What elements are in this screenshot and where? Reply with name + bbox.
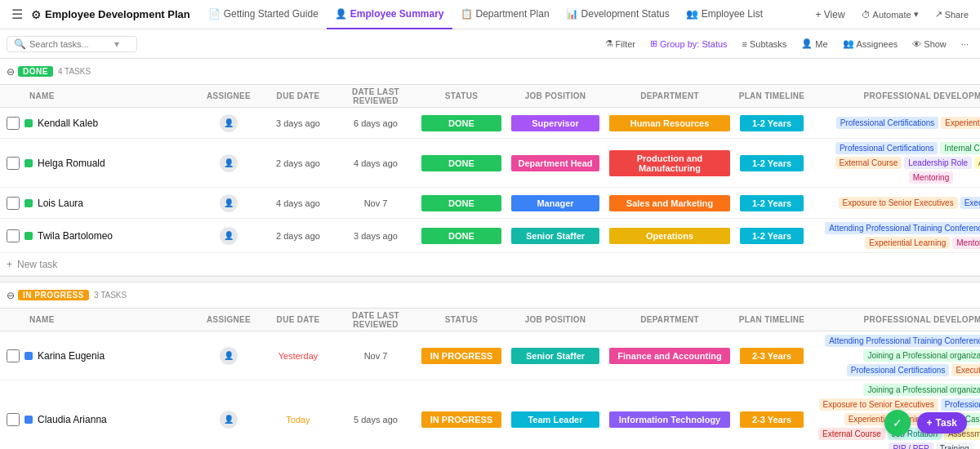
cell-duedate: 4 days ago [261, 195, 335, 211]
col-duedate: DUE DATE [261, 315, 335, 324]
row-checkbox[interactable] [7, 349, 20, 362]
tab-employee-list[interactable]: 👥 Employee List [678, 0, 771, 29]
new-task-fab[interactable]: + Task [917, 412, 967, 433]
group-toggle-inprogress[interactable]: ⊖ [7, 290, 15, 301]
table-row[interactable]: Claudia Arianna 👤 Today 5 days ago IN PR… [0, 380, 980, 449]
search-input[interactable] [29, 39, 111, 49]
jobpos-pill: Senior Staffer [511, 228, 599, 244]
table-row[interactable]: Lois Laura 👤 4 days ago Nov 7 DONE Manag… [0, 188, 980, 219]
row-checkbox[interactable] [7, 229, 20, 242]
cell-lastrev: Nov 7 [335, 195, 416, 211]
nav-tabs: 📄 Getting Started Guide 👤 Employee Summa… [200, 0, 808, 29]
cell-status: DONE [416, 112, 506, 135]
search-icon: 🔍 [14, 38, 26, 50]
cell-assignee: 👤 [196, 191, 261, 216]
fab-green-button[interactable]: ✓ [884, 410, 911, 436]
prof-tag: Executive MBA [951, 364, 980, 376]
cell-duedate: Yesterday [261, 348, 335, 364]
cell-name: Karina Eugenia [0, 346, 196, 366]
prof-tag: Executive MBA [960, 197, 980, 209]
group-badge-done: DONE [18, 66, 53, 77]
filter-button[interactable]: ⚗ Filter [600, 37, 640, 51]
cell-timeline: 2-3 Years [735, 408, 808, 431]
col-headers-done: NAME ASSIGNEE DUE DATE DATE LAST REVIEWE… [0, 85, 980, 108]
row-name: Helga Romuald [38, 158, 105, 169]
prof-tag: Mentoring [909, 171, 953, 184]
tab-department-plan[interactable]: 📋 Department Plan [452, 0, 558, 29]
prof-tag: Training [936, 442, 973, 449]
automate-icon: ⏱ [862, 10, 871, 20]
avatar: 👤 [220, 114, 238, 132]
group-toggle-done[interactable]: ⊖ [7, 66, 15, 78]
row-checkbox[interactable] [7, 413, 20, 426]
col-profdev: PROFESSIONAL DEVELOPMENT [808, 91, 980, 100]
dept-pill: Information Technology [609, 411, 730, 428]
col-timeline: PLAN TIMELINE [735, 315, 808, 324]
cell-duedate: 2 days ago [261, 155, 335, 171]
status-pill: DONE [421, 115, 501, 131]
cell-name: Twila Bartolomeo [0, 226, 196, 246]
timeline-pill: 2-3 Years [740, 411, 804, 428]
app-icon: ⚙ [31, 8, 42, 21]
fab-area: ✓ + Task [884, 410, 967, 436]
row-checkbox[interactable] [7, 117, 20, 130]
prof-tag: Professional Certifications [836, 117, 939, 129]
subtasks-button[interactable]: ≡ Subtasks [737, 38, 792, 51]
jobpos-pill: Supervisor [511, 115, 599, 131]
row-name: Kendall Kaleb [38, 118, 98, 129]
timeline-pill: 1-2 Years [740, 115, 804, 131]
prof-tag: Attending Professional Training Conferen… [825, 222, 980, 234]
table-row[interactable]: Twila Bartolomeo 👤 2 days ago 3 days ago… [0, 219, 980, 253]
col-dept: DEPARTMENT [604, 315, 735, 324]
row-checkbox[interactable] [7, 197, 20, 210]
table-row[interactable]: Helga Romuald 👤 2 days ago 4 days ago DO… [0, 139, 980, 188]
cell-profdev: Exposure to Senior ExecutivesExecutive M… [808, 193, 980, 212]
timeline-pill: 1-2 Years [740, 228, 804, 244]
tab-development-status[interactable]: 📊 Development Status [558, 0, 678, 29]
cell-timeline: 2-3 Years [735, 345, 808, 367]
avatar: 👤 [220, 347, 238, 365]
toolbar-right: ⚗ Filter ⊞ Group by: Status ≡ Subtasks 👤… [600, 37, 973, 51]
group-by-button[interactable]: ⊞ Group by: Status [645, 37, 733, 51]
group-count-done: 4 TASKS [58, 67, 91, 76]
search-box[interactable]: 🔍 ▾ [7, 36, 137, 52]
prof-tag: Exposure to Senior Executives [839, 197, 958, 209]
cell-lastrev: 3 days ago [335, 228, 416, 244]
jobpos-pill: Team Leader [511, 411, 599, 428]
me-button[interactable]: 👤 Me [796, 37, 832, 51]
dept-pill: Production and Manufacturing [609, 150, 730, 176]
share-button[interactable]: ↗ Share [930, 7, 973, 21]
cell-assignee: 👤 [196, 224, 261, 248]
table-row[interactable]: Karina Eugenia 👤 Yesterday Nov 7 IN PROG… [0, 331, 980, 380]
view-plus-button[interactable]: + View [810, 9, 849, 20]
show-icon: 👁 [912, 39, 921, 49]
avatar: 👤 [220, 194, 238, 212]
cell-jobpos: Supervisor [506, 112, 604, 135]
cell-jobpos: Team Leader [506, 408, 604, 431]
cell-lastrev: 6 days ago [335, 115, 416, 131]
row-color-dot [24, 352, 33, 360]
cell-timeline: 1-2 Years [735, 192, 808, 215]
search-chevron[interactable]: ▾ [114, 38, 119, 50]
cell-dept: Sales and Marketing [604, 192, 735, 215]
show-button[interactable]: 👁 Show [907, 38, 951, 51]
cell-status: IN PROGRESS [416, 345, 506, 367]
table-row[interactable]: Kendall Kaleb 👤 3 days ago 6 days ago DO… [0, 108, 980, 139]
tab-getting-started[interactable]: 📄 Getting Started Guide [200, 0, 327, 29]
prof-tag: Internal Case Studies [940, 142, 980, 154]
row-checkbox[interactable] [7, 157, 20, 170]
assignees-button[interactable]: 👥 Assignees [838, 37, 903, 51]
cell-jobpos: Manager [506, 192, 604, 215]
avatar: 👤 [220, 227, 238, 245]
prof-tag: Assessment [974, 157, 980, 169]
add-task-done[interactable]: +New task [0, 253, 980, 276]
automate-button[interactable]: ⏱ Automate ▾ [857, 7, 924, 21]
tab-employee-summary-icon: 👤 [335, 8, 347, 20]
dept-pill: Finance and Accounting [609, 348, 730, 364]
prof-tag: External Course [818, 428, 885, 440]
menu-icon[interactable]: ☰ [7, 7, 28, 22]
more-button[interactable]: ··· [956, 38, 973, 51]
cell-duedate: Today [261, 411, 335, 428]
prof-tag: Experiential Learning [865, 237, 950, 249]
tab-employee-summary[interactable]: 👤 Employee Summary [327, 0, 452, 29]
